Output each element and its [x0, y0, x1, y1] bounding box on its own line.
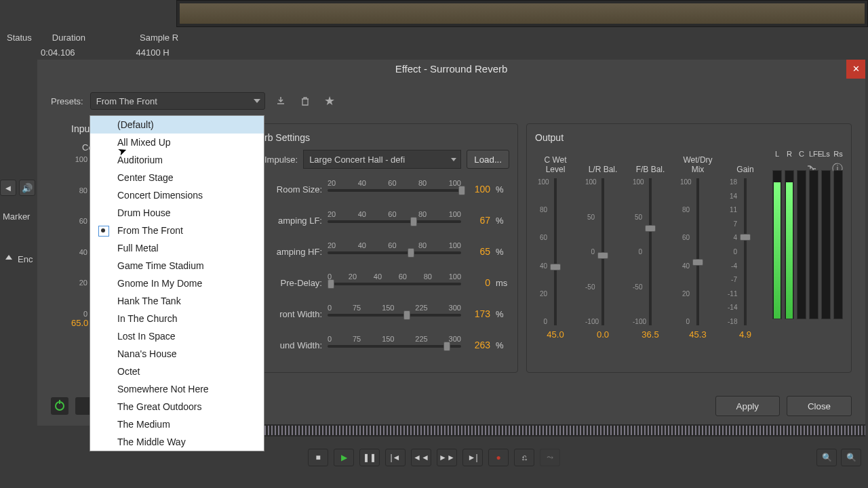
timeline-strip[interactable]: [183, 424, 865, 436]
close-button[interactable]: ✕: [846, 60, 865, 79]
zoom-out-button[interactable]: 🔍: [841, 449, 861, 466]
duration-label: Duration: [52, 33, 85, 43]
param-slider[interactable]: 20406080100: [328, 179, 461, 199]
output-header: Gain: [736, 150, 753, 174]
param-unit: ms: [496, 278, 509, 288]
param-label: amping LF:: [264, 216, 322, 226]
output-slider[interactable]: 100806040200: [691, 178, 705, 325]
output-value: 45.0: [547, 329, 564, 340]
preset-option[interactable]: Auditorium: [90, 151, 264, 169]
play-button[interactable]: ▶: [334, 449, 354, 466]
param-unit: %: [496, 340, 509, 350]
impulse-value: Large Concert Hall - defi: [309, 155, 405, 165]
speaker-button[interactable]: 🔊: [19, 180, 35, 196]
duration-value: 0:04.106: [41, 47, 75, 58]
favorite-icon[interactable]: ★: [321, 92, 338, 110]
power-toggle[interactable]: [51, 397, 68, 415]
param-value: 67: [467, 215, 490, 226]
param-unit: %: [496, 247, 509, 257]
prev-button[interactable]: ◄: [0, 180, 16, 196]
import-preset-icon[interactable]: [272, 92, 290, 110]
impulse-label: Impulse:: [264, 155, 298, 165]
forward-button[interactable]: ►►: [437, 449, 457, 466]
preset-option[interactable]: The Medium: [90, 415, 264, 433]
preset-option[interactable]: (Default): [90, 116, 264, 134]
skip-silence-button[interactable]: ⤳: [540, 449, 560, 466]
param-slider[interactable]: 075150225300: [328, 335, 461, 355]
output-slider[interactable]: 100500-50-100: [644, 178, 657, 325]
dialog-title: Effect - Surround Reverb: [37, 60, 865, 79]
output-col: Wet/DryMix10080604020045.3: [677, 150, 718, 340]
presets-label: Presets:: [51, 96, 83, 106]
meter-labels: LRCLFELsRs: [772, 150, 843, 158]
preset-option[interactable]: Concert Dimensions: [90, 186, 264, 204]
rewind-button[interactable]: ◄◄: [411, 449, 431, 466]
output-col: Gain181411740-4-7-11-14-184.9: [725, 150, 766, 340]
preset-row: Presets: From The Front ★: [51, 92, 852, 110]
expand-icon[interactable]: [5, 255, 12, 260]
param-slider[interactable]: 20406080100: [328, 210, 461, 230]
param-unit: %: [496, 184, 509, 195]
preset-option[interactable]: Game Time Stadium: [90, 257, 264, 274]
param-label: und Width:: [264, 340, 322, 350]
preset-option[interactable]: In The Church: [90, 310, 264, 327]
reverb-title: rb Settings: [264, 132, 509, 143]
record-button[interactable]: ●: [488, 449, 509, 466]
output-slider[interactable]: 181411740-4-7-11-14-18: [738, 178, 752, 325]
preset-option[interactable]: Hank The Tank: [90, 292, 264, 310]
impulse-dropdown[interactable]: Large Concert Hall - defi: [303, 150, 461, 169]
pause-button[interactable]: ❚❚: [359, 449, 380, 466]
output-value: 0.0: [597, 329, 609, 340]
param-unit: %: [496, 309, 509, 319]
output-slider[interactable]: 100500-50-100: [596, 178, 610, 325]
level-meters: [772, 170, 843, 319]
preset-selected: From The Front: [96, 96, 157, 106]
load-button[interactable]: Load...: [467, 150, 509, 169]
preset-option[interactable]: Octet: [90, 363, 264, 380]
param-slider[interactable]: 020406080100: [328, 272, 461, 293]
preset-option[interactable]: The Middle Way: [90, 433, 264, 451]
preset-option[interactable]: Gnome In My Dome: [90, 274, 264, 292]
skip-back-button[interactable]: |◄: [385, 449, 406, 466]
apply-button[interactable]: Apply: [715, 396, 780, 416]
param-label: ront Width:: [264, 309, 322, 319]
preset-option[interactable]: Center Stage: [90, 169, 264, 186]
waveform-overview[interactable]: [176, 0, 868, 27]
output-value: 45.3: [689, 329, 706, 340]
zoom-in-button[interactable]: 🔍: [816, 449, 837, 466]
preset-option[interactable]: Lost In Space: [90, 327, 264, 345]
preset-dropdown[interactable]: From The Front: [90, 92, 265, 110]
preset-list[interactable]: (Default)All Mixed UpAuditoriumCenter St…: [90, 115, 264, 451]
reverb-param-row: amping LF:2040608010067%: [264, 208, 509, 232]
chevron-down-icon: [451, 158, 456, 161]
info-values: 0:04.106 44100 H: [0, 44, 868, 61]
param-label: Room Size:: [264, 184, 322, 195]
param-slider[interactable]: 075150225300: [328, 304, 461, 324]
output-col: L/R Bal.100500-50-1000.0: [583, 150, 623, 340]
delete-preset-icon[interactable]: [296, 92, 314, 110]
preset-option[interactable]: The Great Outdoors: [90, 398, 264, 415]
output-header: C WetLevel: [544, 150, 566, 174]
param-unit: %: [496, 216, 509, 226]
param-slider[interactable]: 20406080100: [328, 241, 461, 262]
reverb-param-row: amping HF:2040608010065%: [264, 239, 509, 264]
reverb-param-row: Room Size:20406080100100%: [264, 177, 509, 201]
loop-button[interactable]: ⎌: [514, 449, 534, 466]
skip-fwd-button[interactable]: ►|: [462, 449, 483, 466]
reverb-param-row: ront Width:075150225300173%: [264, 302, 509, 326]
preset-option[interactable]: From The Front: [90, 222, 264, 239]
close-dialog-button[interactable]: Close: [787, 396, 852, 416]
preset-option[interactable]: Somewhere Not Here: [90, 380, 264, 398]
preset-option[interactable]: Full Metal: [90, 239, 264, 257]
output-header: F/B Bal.: [636, 150, 665, 174]
left-controls: ◄ 🔊: [0, 180, 37, 200]
stop-button[interactable]: ■: [308, 449, 328, 466]
preset-option[interactable]: Drum House: [90, 204, 264, 222]
output-col: C WetLevel10080604020045.0: [535, 150, 576, 340]
output-slider[interactable]: 100806040200: [549, 178, 562, 325]
sample-label: Sample R: [140, 33, 178, 43]
reverb-param-row: und Width:075150225300263%: [264, 333, 509, 357]
preset-option[interactable]: Nana's House: [90, 345, 264, 363]
param-value: 65: [467, 246, 490, 257]
output-header: L/R Bal.: [589, 150, 618, 174]
